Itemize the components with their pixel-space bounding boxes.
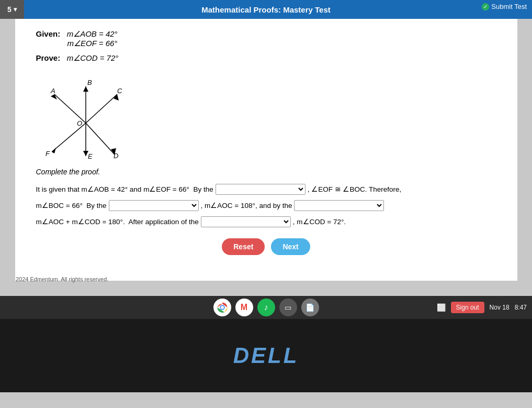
svg-text:C: C <box>117 87 122 95</box>
proof-dropdown-3[interactable]: Vertical Angles Theorem Angle Addition P… <box>294 200 384 211</box>
taskbar-time: 8:47 <box>515 304 527 311</box>
geometry-diagram: A B C O D E F <box>36 73 141 162</box>
taskbar: M ♪ ▭ 📄 ⬜ Sign out Nov 18 8:47 <box>0 296 532 319</box>
submit-test-button[interactable]: ✓ Submit Test <box>482 3 527 10</box>
dell-logo: DELL <box>233 343 299 368</box>
proof-line1-start: It is given that m∠AOB = 42° and m∠EOF =… <box>36 182 213 196</box>
check-icon: ✓ <box>482 3 489 10</box>
title-bar: 5 ▾ Mathematical Proofs: Mastery Test ✓ … <box>0 0 532 19</box>
proof-line-3: m∠AOC + m∠COD = 180°. After application … <box>36 215 496 229</box>
page-title: Mathematical Proofs: Mastery Test <box>201 5 330 14</box>
buttons-row: Reset Next <box>36 238 496 255</box>
spotify-icon[interactable]: ♪ <box>257 299 275 316</box>
proof-dropdown-1[interactable]: Vertical Angles Theorem Angle Addition P… <box>216 184 305 195</box>
svg-line-10 <box>86 123 115 155</box>
proof-line2-start: m∠BOC = 66° By the <box>36 199 107 213</box>
taskbar-date: Nov 18 <box>490 304 510 311</box>
given-line1: m∠AOB = 42° <box>67 29 118 38</box>
sign-out-button[interactable]: Sign out <box>451 302 484 313</box>
complete-proof-label: Complete the proof. <box>36 168 496 176</box>
proof-dropdown-4[interactable]: Vertical Angles Theorem Angle Addition P… <box>201 216 291 227</box>
proof-line3-end: , m∠COD = 72°. <box>293 215 346 229</box>
file-icon[interactable]: 📄 <box>301 299 319 316</box>
given-line2: m∠EOF = 66° <box>67 39 496 48</box>
main-content: Given: m∠AOB = 42° m∠EOF = 66° Prove: m∠… <box>15 19 517 281</box>
given-label: Given: <box>36 29 61 38</box>
proof-line-1: It is given that m∠AOB = 42° and m∠EOF =… <box>36 182 496 196</box>
diagram-svg: A B C O D E F <box>36 73 141 162</box>
gmail-icon[interactable]: M <box>235 299 253 316</box>
svg-text:B: B <box>87 79 92 86</box>
prove-statement: m∠COD = 72° <box>67 53 119 62</box>
next-button[interactable]: Next <box>271 238 310 255</box>
screen-icon[interactable]: ▭ <box>279 299 297 316</box>
monitor-icon: ⬜ <box>437 303 446 312</box>
svg-text:D: D <box>114 152 118 160</box>
svg-marker-1 <box>51 94 57 100</box>
copyright-text: 2024 Edmentum. All rights reserved. <box>16 276 108 282</box>
proof-line-2: m∠BOC = 66° By the Vertical Angles Theor… <box>36 199 496 213</box>
svg-text:F: F <box>46 150 50 158</box>
proof-line1-congruence: , ∠EOF ≅ ∠BOC. Therefore, <box>308 182 402 196</box>
svg-line-0 <box>54 94 86 123</box>
svg-text:E: E <box>88 152 93 160</box>
proof-line2-middle: , m∠AOC = 108°, and by the <box>201 199 292 213</box>
chrome-icon[interactable] <box>213 299 231 316</box>
svg-text:A: A <box>50 87 55 95</box>
proof-line3-start: m∠AOC + m∠COD = 180°. After application … <box>36 215 199 229</box>
footer: 2024 Edmentum. All rights reserved. <box>16 276 108 282</box>
dell-area: DELL <box>0 319 532 392</box>
svg-point-22 <box>221 306 224 309</box>
given-section: Given: m∠AOB = 42° m∠EOF = 66° <box>36 29 496 48</box>
svg-line-16 <box>52 123 86 152</box>
prove-section: Prove: m∠COD = 72° <box>36 53 496 63</box>
prove-label: Prove: <box>36 53 61 62</box>
proof-text: It is given that m∠AOB = 42° and m∠EOF =… <box>36 182 496 229</box>
svg-marker-4 <box>83 86 88 92</box>
svg-text:O: O <box>77 119 82 127</box>
svg-marker-17 <box>52 148 56 153</box>
taskbar-icons: M ♪ ▭ 📄 <box>213 299 319 316</box>
taskbar-right: ⬜ Sign out Nov 18 8:47 <box>437 302 527 313</box>
proof-dropdown-2[interactable]: Vertical Angles Theorem Angle Addition P… <box>109 200 199 211</box>
reset-button[interactable]: Reset <box>222 238 265 255</box>
question-number: 5 ▾ <box>0 0 24 19</box>
svg-line-6 <box>86 94 117 123</box>
